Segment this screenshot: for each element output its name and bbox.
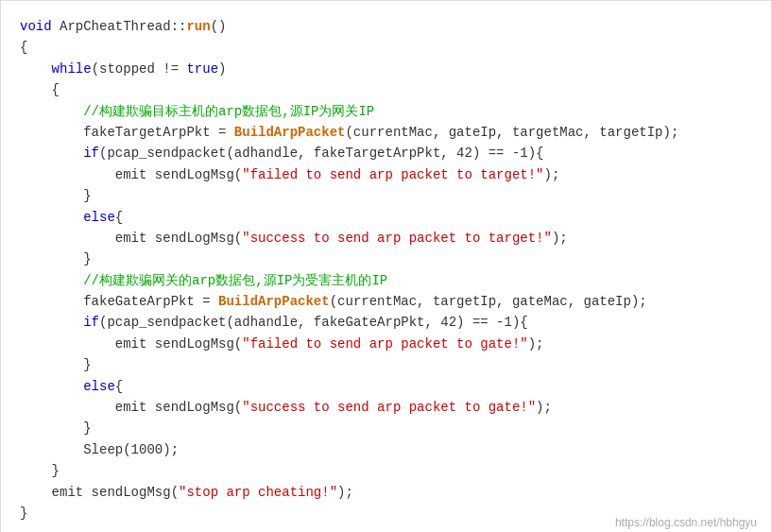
code-line: else{ <box>20 207 752 228</box>
code-token-normal: ArpCheatThread:: <box>52 19 187 34</box>
code-token-kw: while <box>52 61 92 77</box>
code-line: void ArpCheatThread::run() <box>20 16 752 37</box>
code-line: } <box>20 354 752 375</box>
code-line: fakeTargetArpPkt = BuildArpPacket(curren… <box>20 122 752 143</box>
code-line: { <box>20 37 752 58</box>
code-token-normal: () <box>211 19 227 34</box>
code-line: } <box>20 418 752 438</box>
code-token-normal: fakeTargetArpPkt = <box>20 125 234 140</box>
code-token-fn: BuildArpPacket <box>218 294 330 309</box>
code-line: if(pcap_sendpacket(adhandle, fakeGateArp… <box>20 312 752 333</box>
code-token-kw: else <box>83 379 115 394</box>
code-line: } <box>20 249 752 269</box>
code-token-normal <box>20 61 52 77</box>
code-token-normal <box>20 315 83 330</box>
code-token-normal: (currentMac, targetIp, gateMac, gateIp); <box>330 294 647 309</box>
code-token-normal: } <box>20 188 92 203</box>
code-token-string: "failed to send arp packet to gate!" <box>242 336 527 352</box>
code-line: } <box>20 185 752 206</box>
code-token-normal: { <box>115 379 123 394</box>
code-block: void ArpCheatThread::run(){ while(stoppe… <box>20 16 752 523</box>
code-line: else{ <box>20 376 752 397</box>
code-token-normal: ) <box>218 61 226 77</box>
code-line: //构建欺骗目标主机的arp数据包,源IP为网关IP <box>20 101 752 122</box>
code-token-normal <box>20 379 83 394</box>
code-token-normal: ); <box>544 167 560 182</box>
code-line: emit sendLogMsg("success to send arp pac… <box>20 228 752 249</box>
code-token-normal: emit sendLogMsg( <box>20 167 242 182</box>
code-line: while(stopped != true) <box>20 59 752 79</box>
code-line: emit sendLogMsg("success to send arp pac… <box>20 397 752 418</box>
code-token-normal: emit sendLogMsg( <box>20 231 242 246</box>
code-line: } <box>20 460 752 481</box>
code-token-normal: (stopped != <box>92 61 187 77</box>
code-token-string: "failed to send arp packet to target!" <box>242 167 543 182</box>
code-token-kw: if <box>83 315 99 330</box>
watermark: https://blog.csdn.net/hbhgyu <box>615 516 757 529</box>
code-token-fn: BuildArpPacket <box>234 125 346 140</box>
code-line: Sleep(1000); <box>20 439 752 460</box>
code-token-normal: ); <box>536 400 552 415</box>
code-token-normal <box>20 104 83 119</box>
code-token-string: "success to send arp packet to gate!" <box>242 400 536 415</box>
code-token-normal: fakeGateArpPkt = <box>20 294 218 309</box>
code-token-normal: ); <box>528 336 544 352</box>
code-token-kw: if <box>83 146 99 161</box>
code-token-normal <box>20 210 83 225</box>
code-line: if(pcap_sendpacket(adhandle, fakeTargetA… <box>20 143 752 163</box>
code-token-normal: (pcap_sendpacket(adhandle, fakeTargetArp… <box>99 146 543 161</box>
code-token-string: "success to send arp packet to target!" <box>242 231 552 246</box>
code-container: void ArpCheatThread::run(){ while(stoppe… <box>0 0 772 532</box>
code-token-normal: } <box>20 463 60 478</box>
code-line: { <box>20 79 752 100</box>
code-token-normal: emit sendLogMsg( <box>20 485 179 500</box>
code-token-normal: emit sendLogMsg( <box>20 400 242 415</box>
code-token-kw: else <box>83 210 115 225</box>
code-token-normal: (pcap_sendpacket(adhandle, fakeGateArpPk… <box>99 315 528 330</box>
code-token-normal: } <box>20 357 92 372</box>
code-token-fn: run <box>186 19 210 34</box>
code-token-normal: (currentMac, gateIp, targetMac, targetIp… <box>345 125 678 140</box>
code-token-kw: void <box>20 19 52 34</box>
code-line: fakeGateArpPkt = BuildArpPacket(currentM… <box>20 291 752 312</box>
code-token-normal: } <box>20 420 92 436</box>
code-token-kw: true <box>186 61 218 77</box>
code-line: //构建欺骗网关的arp数据包,源IP为受害主机的IP <box>20 270 752 291</box>
code-token-normal <box>20 273 83 288</box>
code-token-comment: //构建欺骗目标主机的arp数据包,源IP为网关IP <box>83 104 374 119</box>
code-token-normal: { <box>115 210 123 225</box>
code-token-normal: } <box>20 251 92 266</box>
code-line: emit sendLogMsg("failed to send arp pack… <box>20 334 752 354</box>
code-token-normal: Sleep(1000); <box>20 442 179 457</box>
code-token-normal <box>20 146 83 161</box>
code-token-normal: { <box>20 40 27 55</box>
code-line: emit sendLogMsg("stop arp cheating!"); <box>20 482 752 503</box>
code-token-comment: //构建欺骗网关的arp数据包,源IP为受害主机的IP <box>83 273 387 288</box>
code-token-normal: emit sendLogMsg( <box>20 336 242 352</box>
code-token-normal: { <box>20 82 60 97</box>
code-token-normal: } <box>20 506 27 521</box>
code-token-normal: ); <box>337 485 353 500</box>
code-token-normal: ); <box>552 231 568 246</box>
code-token-string: "stop arp cheating!" <box>179 485 337 500</box>
code-line: emit sendLogMsg("failed to send arp pack… <box>20 164 752 185</box>
